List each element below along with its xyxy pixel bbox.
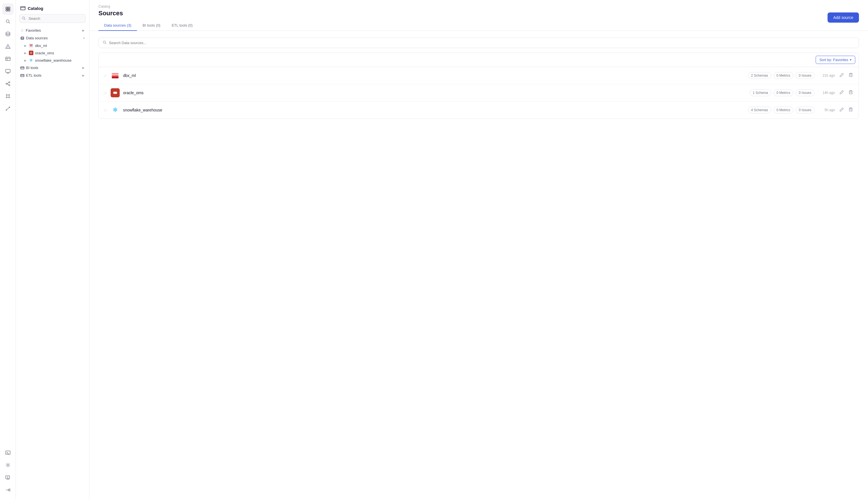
tab-etltools[interactable]: ETL tools (0) [166, 20, 198, 31]
svg-line-44 [105, 43, 106, 44]
terminal-nav-icon[interactable] [2, 447, 14, 458]
svg-point-21 [9, 95, 10, 96]
sidebar-title: Catalog [28, 6, 43, 11]
svg-rect-55 [849, 108, 852, 111]
catalog-sidebar-icon [20, 6, 25, 11]
settings-nav-icon[interactable] [2, 459, 14, 471]
catalog-nav-icon[interactable] [2, 3, 14, 15]
sidebar-navigation: ☆ Favorites ▶ Data sources ▾ ▶ [16, 26, 89, 79]
datasource-search-bar[interactable] [98, 38, 859, 48]
snowflake-time: 5h ago [818, 108, 835, 112]
collapse-nav-icon[interactable] [2, 484, 14, 496]
dbxml-badges: 2 Schemas 0 Metrics 0 Issues [748, 72, 815, 79]
datasource-search-icon [103, 40, 107, 45]
sort-button-label: Sort by: Favorites [819, 58, 848, 62]
snowflake-type-icon: ❄ [29, 58, 33, 62]
main-content: Catalog Sources Data sources (3) BI tool… [89, 0, 868, 499]
tabs-container: Data sources (3) BI tools (0) ETL tools … [98, 20, 198, 31]
alert-nav-icon[interactable] [2, 41, 14, 52]
snowflake-issues-badge: 0 Issues [796, 107, 815, 113]
breadcrumb: Catalog [98, 4, 198, 9]
favorite-star-snowflake[interactable]: ☆ [103, 108, 107, 113]
table-row: ☆ dbx_ml 2 Schemas 0 Metrics 0 Issues 21… [99, 67, 859, 84]
header-left: Catalog Sources Data sources (3) BI tool… [98, 4, 198, 31]
snowflake-metrics-badge: 0 Metrics [773, 107, 794, 113]
sidebar-subitem-oracle[interactable]: ▶ O oracle_oms [18, 49, 87, 57]
svg-point-34 [22, 17, 25, 19]
help-nav-icon[interactable] [2, 472, 14, 483]
sidebar-item-datasources[interactable]: Data sources ▾ [18, 34, 87, 42]
favorites-chevron-icon: ▶ [82, 29, 85, 32]
database-nav-icon[interactable] [2, 28, 14, 40]
svg-rect-1 [8, 7, 10, 9]
snowflake-schemas-badge: 4 Schemas [748, 107, 771, 113]
svg-point-36 [21, 37, 24, 38]
svg-line-18 [7, 83, 9, 83]
add-source-button[interactable]: Add source [828, 12, 859, 23]
snowflake-badges: 4 Schemas 0 Metrics 0 Issues [748, 107, 815, 113]
svg-rect-0 [6, 7, 8, 9]
svg-rect-37 [30, 45, 33, 45]
oracle-delete-button[interactable] [847, 89, 854, 97]
sort-button[interactable]: Sort by: Favorites ▾ [816, 56, 855, 64]
sidebar-search-icon [22, 16, 26, 21]
table-nav-icon[interactable] [2, 53, 14, 64]
svg-rect-2 [6, 9, 8, 11]
svg-rect-32 [21, 7, 25, 10]
sidebar-search-input[interactable] [19, 14, 86, 23]
table-row: ☆ oracle_oms 1 Schema 0 Metrics 0 Issues… [99, 84, 859, 101]
svg-rect-47 [112, 77, 119, 78]
table-toolbar: Sort by: Favorites ▾ [99, 53, 859, 67]
sort-chevron-icon: ▾ [850, 58, 852, 62]
oracle-edit-button[interactable] [838, 89, 845, 97]
sidebar-header: Catalog [16, 3, 89, 14]
table-row: ☆ ❄ snowflake_warehouse 4 Schemas 0 Metr… [99, 101, 859, 119]
svg-point-16 [6, 83, 7, 84]
sidebar-item-bitools[interactable]: BI tools ▶ [18, 64, 87, 72]
tab-datasources[interactable]: Data sources (3) [98, 20, 137, 31]
dbxml-actions [838, 72, 854, 80]
datasources-icon [20, 36, 24, 40]
dbxml-edit-button[interactable] [838, 72, 845, 80]
tab-bitools[interactable]: BI tools (0) [137, 20, 166, 31]
sidebar-item-favorites[interactable]: ☆ Favorites ▶ [18, 26, 87, 34]
oracle-source-icon [111, 88, 120, 97]
oracle-type-icon: O [29, 51, 33, 55]
svg-point-29 [7, 477, 8, 477]
etltools-chevron-icon: ▶ [82, 74, 85, 77]
svg-line-19 [7, 84, 9, 85]
svg-rect-3 [8, 9, 10, 11]
svg-point-23 [9, 97, 10, 98]
svg-line-5 [9, 22, 10, 24]
dbxml-issues-badge: 0 Issues [796, 72, 815, 79]
datasources-chevron-icon: ▾ [83, 36, 85, 40]
sidebar-search-container [19, 14, 86, 23]
svg-rect-52 [849, 91, 852, 94]
svg-point-15 [9, 82, 10, 83]
favorite-star-dbxml[interactable]: ☆ [103, 73, 107, 78]
share-nav-icon[interactable] [2, 78, 14, 89]
dbxml-source-icon [111, 71, 120, 80]
sidebar-item-etltools[interactable]: ETL tools ▶ [18, 72, 87, 79]
svg-point-6 [6, 32, 10, 34]
sidebar-subitem-dbxml[interactable]: ▶ dbx_ml [18, 42, 87, 49]
favorite-star-oracle[interactable]: ☆ [103, 90, 107, 96]
svg-point-17 [9, 85, 10, 86]
snowflake-actions [838, 106, 854, 114]
sidebar: Catalog ☆ Favorites ▶ Data sources ▾ [16, 0, 89, 499]
monitor-nav-icon[interactable] [2, 65, 14, 77]
oracle-schemas-badge: 1 Schema [750, 89, 771, 96]
svg-rect-45 [112, 73, 119, 75]
snowflake-edit-button[interactable] [838, 106, 845, 114]
dbxml-delete-button[interactable] [847, 72, 854, 80]
sidebar-subitem-snowflake[interactable]: ▶ ❄ snowflake_warehouse [18, 57, 87, 64]
search-nav-icon[interactable] [2, 16, 14, 27]
main-header: Catalog Sources Data sources (3) BI tool… [89, 0, 868, 31]
apps-nav-icon[interactable] [2, 90, 14, 102]
snowflake-delete-button[interactable] [847, 106, 854, 114]
tools-nav-icon[interactable] [2, 103, 14, 114]
datasource-search-input[interactable] [109, 41, 855, 45]
oracle-badges: 1 Schema 0 Metrics 0 Issues [750, 89, 815, 96]
oracle-time: 14h ago [818, 91, 835, 95]
data-sources-table: Sort by: Favorites ▾ ☆ dbx_ml 2 Schemas [98, 53, 859, 119]
